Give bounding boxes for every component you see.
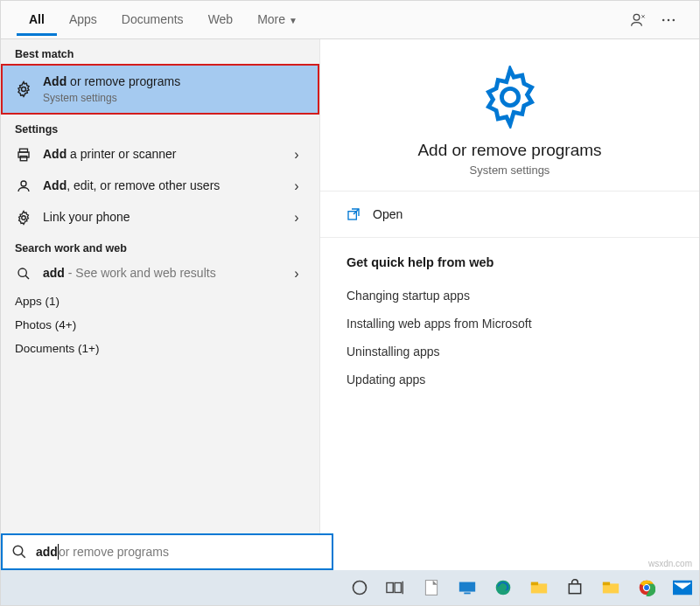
group-search-web: Search work and web bbox=[1, 233, 319, 258]
start-search-window: All Apps Documents Web More▼ Best match … bbox=[0, 0, 700, 606]
svg-rect-20 bbox=[425, 581, 437, 596]
tab-web[interactable]: Web bbox=[196, 3, 246, 36]
svg-rect-21 bbox=[458, 582, 474, 592]
tabs-bar: All Apps Documents Web More▼ bbox=[1, 1, 699, 39]
search-input[interactable]: add or remove programs bbox=[1, 533, 333, 570]
result-subtitle: System settings bbox=[43, 92, 305, 104]
svg-point-0 bbox=[634, 14, 640, 20]
search-icon bbox=[15, 265, 32, 282]
result-title: Add or remove programs bbox=[43, 74, 305, 90]
chevron-right-icon: › bbox=[288, 210, 305, 226]
app-folder-icon[interactable] bbox=[593, 570, 627, 605]
preview-subtitle: System settings bbox=[470, 164, 550, 177]
search-icon bbox=[11, 544, 27, 560]
result-web-add[interactable]: add - See work and web results › bbox=[1, 258, 319, 289]
gear-icon bbox=[15, 209, 32, 226]
results-column: Best match Add or remove programs System… bbox=[1, 39, 320, 605]
result-add-printer[interactable]: Add a printer or scanner › bbox=[1, 139, 319, 171]
svg-rect-17 bbox=[386, 583, 392, 593]
preview-column: Add or remove programs System settings O… bbox=[320, 39, 699, 605]
chevron-right-icon: › bbox=[288, 178, 305, 194]
svg-rect-7 bbox=[20, 156, 27, 160]
svg-rect-22 bbox=[464, 593, 470, 595]
tab-more[interactable]: More▼ bbox=[245, 3, 310, 36]
tab-apps[interactable]: Apps bbox=[57, 3, 109, 36]
svg-point-4 bbox=[22, 87, 26, 91]
group-photos[interactable]: Photos (4+) bbox=[1, 313, 319, 337]
svg-point-31 bbox=[644, 585, 649, 590]
app-store-icon[interactable] bbox=[557, 570, 592, 605]
quick-help-header: Get quick help from web bbox=[346, 255, 673, 269]
printer-icon bbox=[15, 146, 32, 164]
svg-point-2 bbox=[668, 18, 670, 21]
app-monitor-icon[interactable] bbox=[450, 570, 484, 605]
svg-point-9 bbox=[22, 215, 26, 219]
quick-help: Get quick help from web Changing startup… bbox=[320, 238, 699, 411]
search-typed-text: add bbox=[36, 545, 58, 559]
svg-rect-28 bbox=[602, 582, 609, 586]
open-action[interactable]: Open bbox=[320, 192, 699, 238]
cortana-icon[interactable] bbox=[342, 570, 376, 605]
svg-point-14 bbox=[13, 546, 23, 555]
app-mail-icon[interactable] bbox=[665, 570, 699, 605]
task-view-icon[interactable] bbox=[378, 570, 412, 605]
result-link-phone[interactable]: Link your phone › bbox=[1, 202, 319, 233]
svg-point-16 bbox=[353, 582, 366, 595]
feedback-icon[interactable] bbox=[624, 5, 654, 35]
preview-hero: Add or remove programs System settings bbox=[320, 39, 699, 192]
svg-point-10 bbox=[18, 268, 26, 276]
tab-all[interactable]: All bbox=[17, 3, 57, 36]
chevron-right-icon: › bbox=[288, 147, 305, 163]
svg-rect-18 bbox=[395, 583, 401, 593]
app-edge-icon[interactable] bbox=[486, 570, 520, 605]
svg-line-11 bbox=[25, 275, 29, 279]
search-suggestion-ghost: or remove programs bbox=[59, 545, 169, 559]
svg-rect-26 bbox=[569, 584, 580, 594]
gear-icon bbox=[15, 80, 32, 98]
quick-link[interactable]: Updating apps bbox=[346, 366, 673, 394]
group-apps[interactable]: Apps (1) bbox=[1, 289, 319, 313]
group-settings: Settings bbox=[1, 115, 319, 139]
watermark: wsxdn.com bbox=[648, 559, 692, 568]
svg-point-12 bbox=[501, 88, 518, 105]
svg-point-1 bbox=[662, 18, 665, 21]
app-chrome-icon[interactable] bbox=[629, 570, 663, 605]
app-libreoffice-icon[interactable] bbox=[414, 570, 448, 605]
taskbar bbox=[1, 570, 699, 605]
more-options-icon[interactable] bbox=[654, 5, 683, 35]
app-file-explorer-icon[interactable] bbox=[522, 570, 556, 605]
open-icon bbox=[346, 207, 360, 221]
open-label: Open bbox=[373, 207, 402, 221]
result-add-remove-programs[interactable]: Add or remove programs System settings bbox=[1, 64, 319, 115]
chevron-down-icon: ▼ bbox=[289, 16, 298, 25]
tab-documents[interactable]: Documents bbox=[109, 3, 196, 36]
gear-icon bbox=[479, 66, 542, 129]
person-icon bbox=[15, 178, 32, 195]
preview-title: Add or remove programs bbox=[417, 141, 601, 160]
chevron-right-icon: › bbox=[288, 266, 305, 282]
quick-link[interactable]: Uninstalling apps bbox=[346, 338, 673, 366]
svg-line-15 bbox=[21, 554, 25, 558]
svg-rect-25 bbox=[530, 582, 537, 586]
body-split: Best match Add or remove programs System… bbox=[1, 39, 699, 605]
svg-point-8 bbox=[21, 181, 26, 186]
quick-link[interactable]: Installing web apps from Microsoft bbox=[346, 310, 673, 338]
result-users[interactable]: Add, edit, or remove other users › bbox=[1, 171, 319, 202]
quick-link[interactable]: Changing startup apps bbox=[346, 282, 673, 310]
group-documents[interactable]: Documents (1+) bbox=[1, 337, 319, 360]
svg-point-3 bbox=[673, 18, 676, 21]
group-best-match: Best match bbox=[1, 39, 319, 64]
